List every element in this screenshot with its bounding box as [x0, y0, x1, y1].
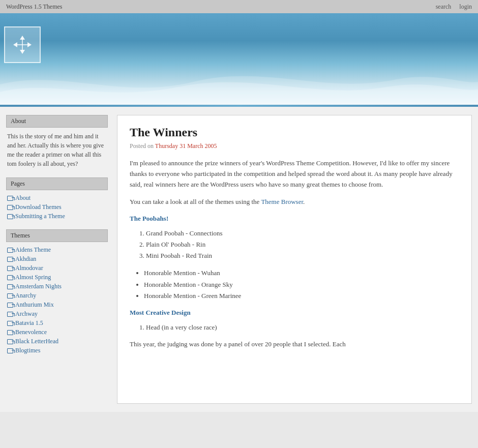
header-banner [0, 13, 478, 105]
poobah-1: Grand Poobah - Connections [146, 229, 223, 237]
poobah-3: Mini Poobah - Red Train [146, 252, 212, 259]
login-link[interactable]: login [459, 3, 472, 11]
site-title: WordPress 1.5 Themes [6, 3, 62, 11]
theme-benevolence-link[interactable]: Benevolence [7, 328, 107, 336]
theme-anarchy-link[interactable]: Anarchy [7, 292, 107, 300]
posted-prefix: Posted on [130, 142, 154, 150]
list-item: Almost Spring [7, 274, 107, 281]
poobahs-unordered-list: Honorable Mention - Wuhan Honorable Ment… [144, 267, 459, 301]
page-icon [7, 266, 13, 271]
list-item: Anthurium Mix [7, 301, 107, 309]
honorable-2: Honorable Mention - Orange Sky [144, 281, 233, 288]
sidebar: About This is the story of me and him an… [6, 115, 108, 404]
poobah-2: Plain Ol' Poobah - Rin [146, 241, 205, 248]
theme-almodovar-link[interactable]: Almodovar [7, 264, 107, 272]
theme-blackletterhead-link[interactable]: Black LetterHead [7, 338, 107, 345]
page-icon [7, 196, 13, 201]
list-item: Batavia 1.5 [7, 319, 107, 327]
pages-list: About Download Themes Submitting a Theme [6, 194, 108, 220]
page-icon [7, 257, 13, 262]
closing-text: This year, the judging was done by a pan… [130, 339, 459, 350]
top-bar: WordPress 1.5 Themes search login [0, 0, 478, 13]
article-date: Posted on Thursday 31 March 2005 [130, 142, 459, 150]
creative-subheading: Most Creative Design [130, 309, 459, 317]
page-icon [7, 284, 13, 289]
page-icon [7, 330, 13, 335]
theme-akhdian-link[interactable]: Akhdian [7, 255, 107, 263]
page-icon [7, 312, 13, 317]
page-icon [7, 339, 13, 344]
search-link[interactable]: search [436, 3, 452, 11]
sidebar-about-heading: About [6, 115, 108, 128]
list-item: Archway [7, 310, 107, 318]
paragraph-2-text-before: You can take a look at all of the themes… [130, 198, 261, 205]
poobahs-ordered-list: Grand Poobah - Connections Plain Ol' Poo… [146, 228, 459, 261]
content-wrapper: About This is the story of me and him an… [0, 107, 478, 412]
pages-submit-label: Submitting a Theme [15, 213, 65, 220]
list-item: Amsterdam Nights [7, 283, 107, 290]
article-date-link[interactable]: Thursday 31 March 2005 [155, 142, 217, 150]
list-item: Anarchy [7, 292, 107, 300]
list-item: Mini Poobah - Red Train [146, 250, 459, 261]
creative-1: Head (in a very close race) [146, 323, 217, 331]
list-item: Almodovar [7, 264, 107, 272]
page-icon [7, 275, 13, 280]
sidebar-pages-heading: Pages [6, 177, 108, 190]
list-item: Honorable Mention - Wuhan [144, 267, 459, 279]
list-item: Download Themes [7, 203, 107, 211]
page-icon [7, 205, 13, 210]
pages-submit-link[interactable]: Submitting a Theme [7, 213, 107, 220]
list-item: Benevolence [7, 328, 107, 336]
list-item: Submitting a Theme [7, 213, 107, 220]
page-icon [7, 303, 13, 308]
theme-blogtimes-link[interactable]: Blogtimes [7, 347, 107, 354]
theme-aidens-link[interactable]: Aidens Theme [7, 246, 107, 254]
poobahs-subheading: The Poobahs! [130, 215, 459, 223]
list-item: Aidens Theme [7, 246, 107, 254]
list-item: Black LetterHead [7, 338, 107, 345]
sidebar-about-text: This is the story of me and him and it a… [6, 132, 108, 168]
top-bar-links: search login [436, 3, 472, 11]
page-icon [7, 293, 13, 298]
article-title: The Winners [130, 126, 459, 139]
creative-ordered-list: Head (in a very close race) [146, 322, 459, 333]
theme-batavia-link[interactable]: Batavia 1.5 [7, 319, 107, 327]
list-item: Honorable Mention - Green Marinee [144, 290, 459, 302]
page-icon [7, 321, 13, 326]
theme-almost-spring-link[interactable]: Almost Spring [7, 274, 107, 281]
main-content: The Winners Posted on Thursday 31 March … [117, 115, 472, 404]
page-icon [7, 348, 13, 353]
pages-download-label: Download Themes [15, 203, 62, 211]
list-item: Plain Ol' Poobah - Rin [146, 239, 459, 250]
list-item: Head (in a very close race) [146, 322, 459, 333]
sidebar-themes-heading: Themes [6, 229, 108, 242]
page-icon [7, 214, 13, 219]
move-icon[interactable] [4, 26, 41, 63]
list-item: About [7, 194, 107, 202]
pages-download-link[interactable]: Download Themes [7, 203, 107, 211]
article-paragraph-2: You can take a look at all of the themes… [130, 197, 459, 207]
theme-amsterdam-link[interactable]: Amsterdam Nights [7, 283, 107, 290]
list-item: Akhdian [7, 255, 107, 263]
pages-about-link[interactable]: About [7, 194, 107, 202]
honorable-1: Honorable Mention - Wuhan [144, 269, 220, 277]
article-paragraph-1: I'm pleased to announce the prize winner… [130, 158, 459, 190]
sidebar-about-section: About This is the story of me and him an… [6, 115, 108, 168]
themes-list: Aidens Theme Akhdian Almodovar Almost Sp… [6, 246, 108, 354]
theme-archway-link[interactable]: Archway [7, 310, 107, 318]
header-wave-front [0, 77, 478, 105]
sidebar-themes-section: Themes Aidens Theme Akhdian Almodovar Al… [6, 229, 108, 354]
theme-browser-link[interactable]: Theme Browser [261, 198, 303, 205]
list-item: Blogtimes [7, 347, 107, 354]
page-icon [7, 248, 13, 253]
list-item: Grand Poobah - Connections [146, 228, 459, 239]
sidebar-pages-section: Pages About Download Themes [6, 177, 108, 220]
pages-about-label: About [15, 194, 31, 202]
list-item: Honorable Mention - Orange Sky [144, 279, 459, 290]
theme-anthurium-link[interactable]: Anthurium Mix [7, 301, 107, 309]
honorable-3: Honorable Mention - Green Marinee [144, 292, 241, 300]
